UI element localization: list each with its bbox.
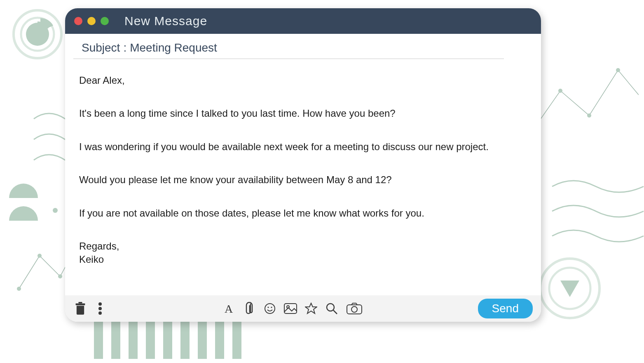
more-options-icon[interactable] bbox=[93, 302, 107, 316]
svg-point-31 bbox=[267, 306, 269, 308]
svg-rect-25 bbox=[78, 302, 82, 303]
body-paragraph: If you are not available on those dates,… bbox=[79, 207, 526, 220]
body-paragraph: It's been a long time since I talked to … bbox=[79, 107, 526, 120]
subject-row: Subject : Meeting Request bbox=[73, 34, 504, 59]
maximize-window-dot[interactable] bbox=[101, 17, 109, 25]
camera-icon[interactable] bbox=[345, 302, 363, 316]
body-paragraph: Would you please let me know your availa… bbox=[79, 173, 526, 186]
svg-point-26 bbox=[98, 302, 102, 306]
svg-point-8 bbox=[53, 208, 58, 213]
decorative-pie-icon bbox=[12, 9, 63, 59]
svg-point-18 bbox=[558, 89, 562, 93]
svg-point-19 bbox=[587, 113, 591, 118]
svg-rect-10 bbox=[111, 322, 120, 359]
svg-rect-12 bbox=[146, 322, 155, 359]
decorative-semicircles-icon bbox=[9, 182, 38, 229]
svg-rect-9 bbox=[94, 322, 103, 359]
svg-marker-23 bbox=[560, 280, 579, 297]
svg-point-2 bbox=[26, 23, 49, 46]
close-window-dot[interactable] bbox=[74, 17, 82, 25]
svg-rect-15 bbox=[198, 322, 207, 359]
svg-rect-33 bbox=[284, 304, 297, 314]
svg-point-32 bbox=[271, 306, 272, 308]
svg-point-21 bbox=[540, 259, 600, 318]
font-icon[interactable]: A bbox=[222, 302, 236, 316]
send-button[interactable]: Send bbox=[478, 299, 533, 318]
subject-label: Subject bbox=[82, 41, 120, 54]
svg-point-22 bbox=[549, 268, 590, 309]
svg-point-3 bbox=[17, 287, 21, 291]
svg-rect-13 bbox=[163, 322, 172, 359]
svg-text:A: A bbox=[225, 302, 233, 315]
svg-rect-16 bbox=[215, 322, 224, 359]
svg-rect-24 bbox=[76, 303, 85, 305]
svg-point-0 bbox=[14, 10, 61, 58]
trash-icon[interactable] bbox=[73, 302, 87, 316]
svg-point-4 bbox=[37, 254, 42, 258]
svg-point-20 bbox=[616, 68, 620, 72]
titlebar: New Message bbox=[65, 8, 541, 34]
body-greeting: Dear Alex, bbox=[79, 74, 526, 87]
search-icon[interactable] bbox=[325, 302, 339, 316]
subject-input[interactable]: Meeting Request bbox=[130, 41, 217, 54]
decorative-triangle-circle-icon bbox=[538, 257, 602, 320]
svg-rect-17 bbox=[232, 322, 241, 359]
svg-point-1 bbox=[21, 18, 54, 51]
message-body[interactable]: Dear Alex, It's been a long time since I… bbox=[65, 59, 541, 271]
compose-window: New Message Subject : Meeting Request De… bbox=[65, 8, 541, 322]
body-signature: Keiko bbox=[79, 253, 526, 266]
subject-separator: : bbox=[123, 41, 126, 54]
image-icon[interactable] bbox=[283, 302, 297, 316]
svg-point-5 bbox=[58, 274, 62, 278]
svg-line-37 bbox=[333, 310, 337, 314]
svg-point-27 bbox=[98, 307, 102, 310]
svg-point-28 bbox=[98, 311, 102, 315]
star-icon[interactable] bbox=[304, 302, 318, 316]
attachment-icon[interactable] bbox=[242, 302, 256, 316]
svg-rect-11 bbox=[129, 322, 138, 359]
svg-rect-14 bbox=[180, 322, 190, 359]
decorative-graph-tr-icon bbox=[532, 58, 639, 140]
svg-point-39 bbox=[351, 306, 357, 312]
emoji-icon[interactable] bbox=[263, 302, 277, 316]
minimize-window-dot[interactable] bbox=[87, 17, 96, 25]
svg-marker-35 bbox=[305, 303, 317, 314]
decorative-waves-right-icon bbox=[550, 178, 644, 246]
svg-point-30 bbox=[265, 304, 275, 314]
decorative-bars-icon bbox=[94, 322, 242, 361]
compose-toolbar: A Send bbox=[65, 295, 541, 322]
body-paragraph: I was wondering if you would be availabl… bbox=[79, 140, 526, 153]
window-title: New Message bbox=[124, 14, 207, 28]
body-signoff: Regards, bbox=[79, 240, 526, 253]
svg-point-36 bbox=[327, 304, 334, 311]
